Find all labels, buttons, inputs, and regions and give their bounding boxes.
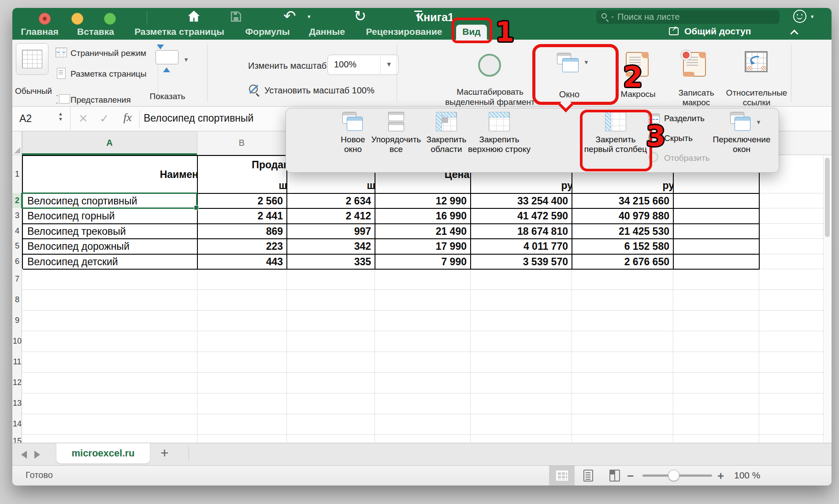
fx-icon[interactable]: fx [123,111,132,124]
feedback-caret[interactable]: ▾ [811,13,814,20]
table-cell[interactable]: 3 539 570 [471,255,572,270]
switch-windows-caret[interactable]: ▼ [756,119,761,126]
table-cell[interactable] [674,194,760,209]
search-scope-caret[interactable]: ⌄ [610,13,615,19]
table-cell[interactable]: 17 990 [375,239,471,255]
search-input[interactable]: ⌄ Поиск на листе [596,10,780,24]
table-cell[interactable]: 7 990 [375,255,471,270]
zoom-combo-caret[interactable]: ▼ [386,60,392,68]
table-cell[interactable]: 4 011 770 [471,239,572,255]
table-cell[interactable]: 12 990 [375,194,471,209]
table-cell-b1[interactable]: Продано, 1кв.шт. [198,156,287,194]
vertical-scrollbar[interactable] [823,155,831,443]
formula-content[interactable]: Велосипед спортивный [144,112,253,124]
row-number[interactable]: 4 [12,223,22,238]
table-cell[interactable]: 443 [198,255,287,270]
prev-sheet-icon[interactable] [21,451,27,459]
relative-references-button[interactable]: Относительные [721,88,792,98]
zoom-in-button[interactable]: + [717,469,724,483]
row-number[interactable]: 2 [12,193,22,208]
row-number[interactable]: 13 [12,393,22,414]
page-break-toggle[interactable] [602,466,627,485]
table-cell[interactable]: 2 634 [287,194,375,209]
minimize-window-button[interactable] [71,13,83,25]
page-break-preview-button[interactable]: Страничный режим [71,48,146,58]
redo-icon[interactable]: ↻ [354,7,367,25]
cancel-icon[interactable]: ✕ [78,112,88,126]
table-row[interactable]: Велосипед горный [23,209,198,224]
zoom-slider-thumb[interactable] [668,470,679,481]
name-box[interactable]: A2 ▲▼ [12,107,71,131]
row-number[interactable]: 8 [12,289,22,310]
zoom-100-button[interactable]: Установить масштаб 100% [264,85,375,96]
table-cell[interactable]: 2 560 [198,194,287,209]
show-dropdown-caret[interactable]: ▼ [183,56,189,63]
freeze-top-row-item[interactable]: Закрепить [460,135,539,145]
sheet-tab-active[interactable]: microexcel.ru [56,443,150,463]
normal-view-button[interactable] [16,43,48,75]
row-number[interactable]: 3 [12,208,22,223]
collapse-ribbon-icon[interactable] [790,30,798,37]
tab-vstavka[interactable]: Вставка [73,25,119,40]
custom-views-button[interactable]: Представления [71,95,131,105]
table-cell[interactable] [674,209,760,224]
table-cell[interactable]: 21 490 [375,224,471,239]
undo-dropdown-caret[interactable]: ▾ [308,13,311,20]
table-cell[interactable]: 223 [198,239,287,255]
vertical-scrollbar-thumb[interactable] [825,158,830,237]
zoom-combobox[interactable]: 100% ▼ [327,55,399,75]
save-icon[interactable] [229,10,243,25]
name-box-spinner[interactable]: ▲▼ [58,111,63,122]
tab-recenzirovanie[interactable]: Рецензирование [360,25,448,40]
add-sheet-button[interactable]: + [160,445,169,461]
row-number[interactable]: 12 [12,372,22,393]
table-cell[interactable]: 16 990 [375,209,471,224]
page-layout-toggle[interactable] [575,466,601,485]
table-row[interactable]: Велосипед трековый [23,224,198,239]
table-cell[interactable]: 41 472 590 [471,209,572,224]
table-cell[interactable]: 2 676 650 [572,255,674,270]
page-layout-button[interactable]: Разметка страницы [71,69,146,79]
row-number[interactable]: 5 [12,238,22,254]
table-cell[interactable]: 21 425 530 [572,224,674,239]
row-number[interactable]: 1 [12,155,22,193]
feedback-smiley-icon[interactable] [793,10,806,23]
table-cell[interactable]: 33 254 400 [471,194,572,209]
row-number[interactable]: 7 [12,269,22,289]
column-header-b[interactable]: B [197,131,286,155]
next-sheet-icon[interactable] [34,451,40,459]
split-item[interactable]: Разделить [664,114,705,123]
accept-icon[interactable]: ✓ [100,112,109,126]
tab-glavnaya[interactable]: Главная [17,25,63,40]
home-icon[interactable] [186,9,201,25]
tab-formuly[interactable]: Формулы [241,25,294,40]
table-cell[interactable] [674,224,760,239]
column-header-a[interactable]: A [22,131,197,155]
undo-icon[interactable]: ↶ [283,7,296,25]
table-cell[interactable]: 40 979 880 [572,209,674,224]
table-cell[interactable]: 869 [198,224,287,239]
table-cell[interactable]: 2 441 [198,209,287,224]
table-cell[interactable]: 34 215 660 [572,194,674,209]
row-number[interactable]: 9 [12,310,22,331]
table-cell[interactable]: 335 [287,255,375,270]
table-cell[interactable] [674,255,760,270]
row-number[interactable]: 15 [12,434,22,443]
table-cell[interactable]: 18 674 810 [471,224,572,239]
switch-windows-label[interactable]: Переключение [709,135,775,145]
normal-view-toggle[interactable] [549,466,575,485]
select-all-corner[interactable] [12,131,22,155]
show-button[interactable]: Показать [141,92,194,101]
table-cell-a1[interactable]: Наименование [23,156,198,194]
tab-razmetka[interactable]: Разметка страницы [129,25,230,40]
table-cell[interactable]: 997 [287,224,375,239]
row-number[interactable]: 10 [12,331,22,352]
table-row[interactable]: Велосипед дорожный [23,239,198,255]
row-number[interactable]: 14 [12,414,22,434]
table-row[interactable]: Велосипед детский [23,255,198,270]
table-cell[interactable]: 6 152 580 [572,239,674,255]
zoom-out-button[interactable]: − [627,469,634,483]
table-cell[interactable]: 342 [287,239,375,255]
zoom-window-button[interactable] [104,13,116,25]
active-cell-selection[interactable] [22,193,197,209]
